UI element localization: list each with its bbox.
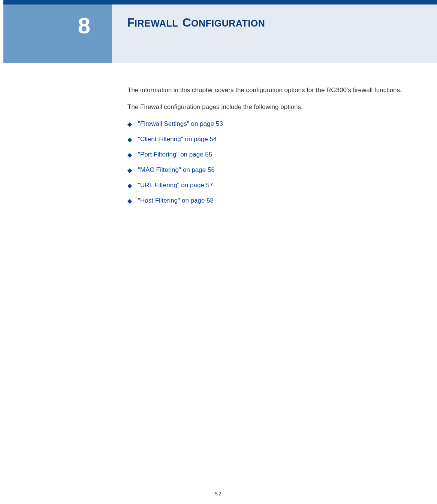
diamond-bullet-icon: ◆ (127, 167, 132, 173)
toc-link-item: ◆ "Host Filtering" on page 58 (127, 197, 405, 205)
diamond-bullet-icon: ◆ (127, 152, 132, 158)
intro-paragraph-1: The information in this chapter covers t… (127, 86, 405, 95)
diamond-bullet-icon: ◆ (127, 137, 132, 143)
toc-link-item: ◆ "MAC Filtering" on page 56 (127, 166, 405, 174)
toc-links-list: ◆ "Firewall Settings" on page 53 ◆ "Clie… (127, 120, 405, 205)
toc-link-item: ◆ "Port Filtering" on page 55 (127, 151, 405, 159)
toc-link-host-filtering[interactable]: "Host Filtering" on page 58 (138, 197, 214, 205)
toc-link-item: ◆ "URL Filtering" on page 57 (127, 181, 405, 190)
content-area: The information in this chapter covers t… (127, 86, 405, 212)
toc-link-item: ◆ "Client Filtering" on page 54 (127, 135, 405, 144)
chapter-header: 8 FIREWALL CONFIGURATION (3, 4, 437, 63)
page-footer: – 52 – (0, 491, 437, 497)
toc-link-client-filtering[interactable]: "Client Filtering" on page 54 (138, 135, 217, 144)
diamond-bullet-icon: ◆ (127, 121, 132, 127)
toc-link-item: ◆ "Firewall Settings" on page 53 (127, 120, 405, 128)
top-bar (3, 0, 437, 4)
diamond-bullet-icon: ◆ (127, 198, 132, 204)
chapter-number: 8 (3, 4, 112, 63)
toc-link-url-filtering[interactable]: "URL Filtering" on page 57 (138, 181, 213, 190)
toc-link-mac-filtering[interactable]: "MAC Filtering" on page 56 (138, 166, 215, 174)
intro-paragraph-2: The Firewall configuration pages include… (127, 103, 405, 112)
toc-link-firewall-settings[interactable]: "Firewall Settings" on page 53 (138, 120, 223, 128)
diamond-bullet-icon: ◆ (127, 183, 132, 189)
chapter-title: FIREWALL CONFIGURATION (112, 4, 437, 63)
toc-link-port-filtering[interactable]: "Port Filtering" on page 55 (138, 151, 212, 159)
chapter-title-text: FIREWALL CONFIGURATION (127, 16, 265, 29)
